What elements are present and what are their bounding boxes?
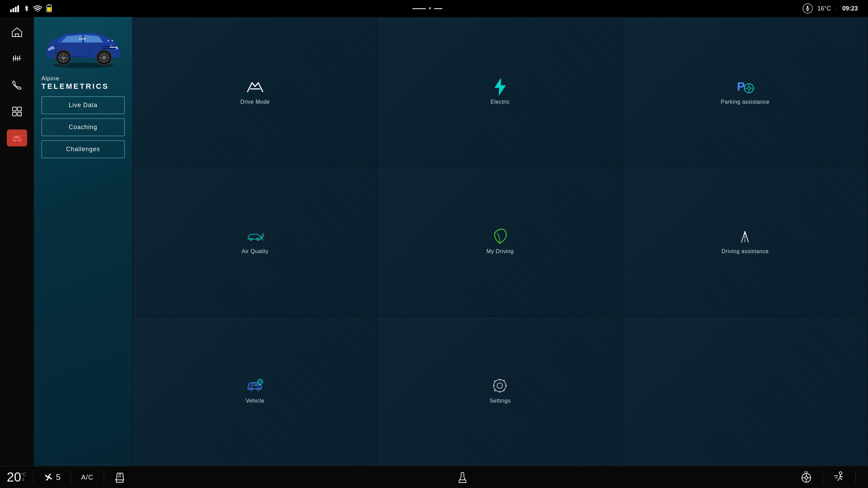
grid-cell-air-quality[interactable]: Air Quality <box>133 167 377 244</box>
sidebar-item-apps[interactable] <box>7 103 27 120</box>
svg-rect-14 <box>18 107 21 111</box>
grid-cell-electric[interactable]: Electric <box>378 18 434 166</box>
left-panel: A290 ✕ ✕ Alpine TELEMETRICS Live Data Co… <box>34 17 132 244</box>
bluetooth-icon <box>24 5 29 12</box>
svg-text:⚡: ⚡ <box>47 8 52 12</box>
phone-battery-icon: ⚡ <box>46 4 52 13</box>
svg-rect-6 <box>48 4 50 5</box>
svg-rect-3 <box>17 5 19 12</box>
sidebar-item-music[interactable] <box>7 50 27 67</box>
svg-rect-24 <box>102 48 116 49</box>
svg-rect-20 <box>17 137 19 138</box>
svg-text:A290: A290 <box>79 38 86 40</box>
sidebar-item-car[interactable] <box>7 129 27 146</box>
main-container: A290 ✕ ✕ Alpine TELEMETRICS Live Data Co… <box>0 17 434 244</box>
wifi-icon <box>33 5 42 12</box>
svg-rect-15 <box>13 112 16 116</box>
brand-info: Alpine TELEMETRICS <box>34 71 132 96</box>
sidebar-item-home[interactable] <box>7 24 27 41</box>
brand-name: Alpine <box>41 75 125 82</box>
status-left: ⚡ <box>10 4 52 13</box>
svg-rect-0 <box>10 9 12 12</box>
grid-cell-my-driving[interactable]: My Driving <box>378 167 434 244</box>
svg-point-49 <box>250 238 252 241</box>
svg-rect-23 <box>102 46 116 47</box>
right-grid: Drive Mode Electric P <box>132 17 434 244</box>
svg-rect-16 <box>18 112 21 116</box>
title-arrow: ▼ <box>428 6 432 11</box>
sidebar-item-phone[interactable] <box>7 77 27 94</box>
live-data-button[interactable]: Live Data <box>41 96 125 114</box>
coaching-button[interactable]: Coaching <box>41 118 125 136</box>
sidebar <box>0 17 34 244</box>
signal-icon <box>10 5 20 12</box>
svg-point-50 <box>257 238 259 241</box>
car-image: A290 ✕ ✕ <box>34 17 132 71</box>
svg-text:✕: ✕ <box>111 39 114 42</box>
svg-text:✕: ✕ <box>107 39 110 42</box>
grid-cell-drive-mode[interactable]: Drive Mode <box>133 18 377 166</box>
svg-rect-2 <box>15 7 17 12</box>
title-line-left <box>412 8 426 9</box>
status-bar: ⚡ ▼ 16°C · 09:23 <box>0 0 434 17</box>
menu-buttons: Live Data Coaching Challenges <box>34 96 132 158</box>
svg-rect-13 <box>13 107 16 111</box>
challenges-button[interactable]: Challenges <box>41 140 125 158</box>
drive-mode-label: Drive Mode <box>240 99 270 106</box>
drive-mode-icon <box>246 78 264 95</box>
svg-rect-19 <box>15 137 17 138</box>
svg-point-4 <box>37 11 38 12</box>
status-center: ▼ <box>412 6 434 11</box>
brand-subtitle: TELEMETRICS <box>41 82 125 91</box>
svg-rect-1 <box>13 8 14 12</box>
air-quality-icon <box>246 228 264 244</box>
